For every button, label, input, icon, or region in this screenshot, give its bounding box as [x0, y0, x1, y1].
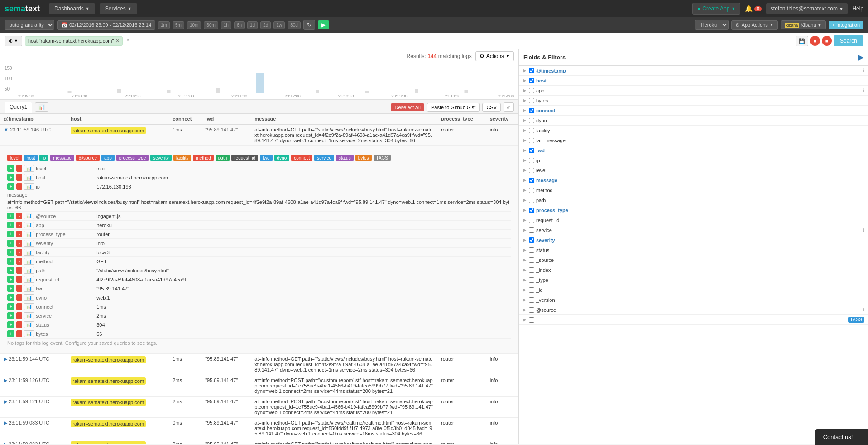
field-name-label[interactable]: level	[536, 168, 864, 173]
field-exclude-button[interactable]: -	[16, 249, 22, 256]
expand-icon[interactable]: ▶	[523, 317, 527, 323]
info-icon[interactable]: ℹ	[863, 88, 864, 93]
field-checkbox-service[interactable]	[529, 227, 534, 233]
field-item-severity[interactable]: ▶ severity	[519, 235, 868, 245]
deselect-all-button[interactable]: Deselect All	[391, 103, 424, 111]
field-exclude-button[interactable]: -	[16, 267, 22, 274]
expand-icon[interactable]: ▶	[523, 177, 527, 183]
field-checkbox-method[interactable]	[529, 188, 534, 193]
info-icon[interactable]: ℹ	[863, 227, 864, 232]
field-name-label[interactable]: method	[536, 188, 864, 193]
info-icon[interactable]: ℹ	[863, 68, 864, 73]
field-include-button[interactable]: +	[7, 276, 14, 283]
field-exclude-button[interactable]: -	[16, 183, 22, 190]
field-checkbox-version[interactable]	[529, 297, 534, 303]
tag-fwd[interactable]: fwd	[260, 155, 273, 161]
expand-icon[interactable]: ▶	[523, 187, 527, 193]
tag-app[interactable]: app	[101, 155, 115, 161]
field-chart-button[interactable]: 📊	[24, 165, 34, 172]
field-item-id[interactable]: ▶ _id	[519, 285, 868, 295]
field-item-ip[interactable]: ▶ ip	[519, 155, 868, 165]
field-chart-button[interactable]: 📊	[24, 222, 34, 228]
date-range-picker[interactable]: 📅 02/12/2016 23:09 - 02/12/2016 23:14	[57, 20, 155, 30]
field-exclude-button[interactable]: -	[16, 222, 22, 228]
field-chart-button[interactable]: 📊	[24, 231, 34, 237]
field-include-button[interactable]: +	[7, 330, 14, 337]
field-exclude-button[interactable]: -	[16, 321, 22, 328]
contact-us-button[interactable]: Contact us! +	[815, 429, 868, 445]
app-actions-button[interactable]: ⚙ App Actions ▼	[731, 20, 778, 30]
tag-process-type[interactable]: process_type	[116, 155, 149, 161]
field-name-label[interactable]: request_id	[536, 218, 864, 223]
field-exclude-button[interactable]: -	[16, 303, 22, 310]
field-chart-button[interactable]: 📊	[24, 258, 34, 265]
field-checkbox-host[interactable]	[529, 78, 534, 83]
table-row[interactable]: ▶ 23:11:59.121 UTC rakam-sematext.heroku…	[0, 397, 518, 418]
col-timestamp[interactable]: @timestamp	[0, 114, 67, 124]
field-include-button[interactable]: +	[7, 213, 14, 219]
field-item-index[interactable]: ▶ _index	[519, 265, 868, 275]
expand-icon[interactable]: ▶	[523, 167, 527, 173]
expand-icon[interactable]: ▶	[4, 441, 7, 444]
tag-ip[interactable]: ip	[39, 155, 48, 161]
tags-badge[interactable]: TAGS	[848, 317, 864, 323]
field-item-source[interactable]: ▶ _source	[519, 255, 868, 265]
panel-collapse-button[interactable]: ▶	[858, 53, 863, 62]
tag-message[interactable]: message	[50, 155, 74, 161]
field-include-button[interactable]: +	[7, 312, 14, 319]
expand-icon[interactable]: ▶	[523, 217, 527, 223]
user-menu-button[interactable]: stefan.thies@sematext.com ▼	[766, 3, 848, 14]
field-name-label[interactable]: fail_message	[536, 138, 864, 143]
expand-icon[interactable]: ▶	[523, 227, 527, 233]
create-app-button[interactable]: ● Create App ▼	[692, 3, 740, 15]
field-include-button[interactable]: +	[7, 258, 14, 265]
field-checkbox-source[interactable]	[529, 257, 534, 263]
field-name-label[interactable]: @source	[536, 307, 861, 313]
expand-icon[interactable]: ▶	[4, 399, 7, 404]
field-include-button[interactable]: +	[7, 174, 14, 181]
field-item-path[interactable]: ▶ path	[519, 195, 868, 205]
expand-icon[interactable]: ▶	[523, 267, 527, 273]
time-5m[interactable]: 5m	[173, 21, 184, 29]
col-host[interactable]: host	[67, 114, 169, 124]
field-exclude-button[interactable]: -	[16, 240, 22, 247]
field-name-label[interactable]: @timestamp	[536, 68, 861, 73]
field-name-label[interactable]: path	[536, 198, 864, 203]
field-checkbox-index[interactable]	[529, 267, 534, 273]
field-chart-button[interactable]: 📊	[24, 312, 34, 319]
field-chart-button[interactable]: 📊	[24, 267, 34, 274]
field-exclude-button[interactable]: -	[16, 294, 22, 301]
field-include-button[interactable]: +	[7, 222, 14, 228]
services-menu[interactable]: Services ▼	[100, 3, 137, 14]
field-checkbox-level[interactable]	[529, 168, 534, 173]
field-checkbox-tags[interactable]	[529, 317, 534, 323]
field-item-method[interactable]: ▶ method	[519, 185, 868, 195]
search-button[interactable]: Search	[834, 35, 863, 46]
col-message[interactable]: message	[251, 114, 437, 124]
col-process-type[interactable]: process_type	[437, 114, 486, 124]
save-search-button[interactable]: 💾	[796, 36, 808, 46]
field-name-label[interactable]: status	[536, 247, 864, 253]
field-item-bytes[interactable]: ▶ bytes	[519, 96, 868, 106]
field-name-label[interactable]: _index	[536, 267, 864, 273]
field-include-button[interactable]: +	[7, 303, 14, 310]
field-name-label[interactable]: _source	[536, 257, 864, 263]
field-chart-button[interactable]: 📊	[24, 276, 34, 283]
table-row[interactable]: ▶ 23:11:59.082 UTC rakam-sematext.heroku…	[0, 439, 518, 444]
expand-icon[interactable]: ▶	[523, 307, 527, 313]
col-severity[interactable]: severity	[486, 114, 518, 124]
notifications-button[interactable]: 🔔 0	[745, 5, 762, 12]
field-item-process-type[interactable]: ▶ process_type	[519, 205, 868, 215]
field-item-type[interactable]: ▶ _type	[519, 275, 868, 285]
stop-button-1[interactable]: ■	[810, 36, 820, 46]
table-row[interactable]: ▶ 23:11:59.083 UTC rakam-sematext.heroku…	[0, 418, 518, 439]
field-exclude-button[interactable]: -	[16, 174, 22, 181]
field-item-message[interactable]: ▶ message	[519, 175, 868, 185]
time-30d[interactable]: 30d	[288, 21, 301, 29]
time-1m[interactable]: 1m	[158, 21, 170, 29]
tag-level[interactable]: level	[7, 155, 22, 161]
remove-filter-button[interactable]: ✕	[115, 38, 120, 44]
field-checkbox-request-id[interactable]	[529, 218, 534, 223]
field-name-label[interactable]: _id	[536, 287, 864, 293]
field-item-fwd[interactable]: ▶ fwd	[519, 145, 868, 155]
